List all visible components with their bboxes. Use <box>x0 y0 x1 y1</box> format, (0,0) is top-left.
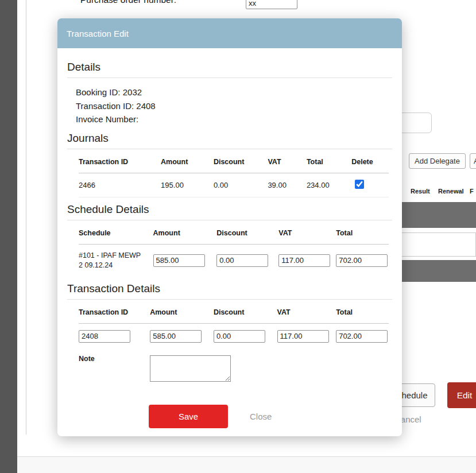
transaction-details-table: Transaction ID Amount Discount VAT Total… <box>79 302 389 390</box>
transaction-id-text: Transaction ID: 2408 <box>76 99 392 113</box>
schedule-total-input[interactable] <box>336 254 388 267</box>
page-footer <box>17 456 476 473</box>
journals-data-row: 2466 195.00 0.00 39.00 234.00 <box>79 173 389 197</box>
transaction-header-row: Transaction ID Amount Discount VAT Total <box>79 302 389 324</box>
journal-vat: 39.00 <box>268 173 307 197</box>
journals-table: Transaction ID Amount Discount VAT Total… <box>79 152 389 197</box>
journals-header-row: Transaction ID Amount Discount VAT Total… <box>79 152 389 173</box>
transaction-details-heading: Transaction Details <box>67 282 392 295</box>
details-heading: Details <box>67 61 392 73</box>
divider <box>67 220 392 220</box>
add-delegate-button[interactable]: Add Delegate <box>409 153 466 169</box>
purchase-order-input[interactable] <box>246 0 297 9</box>
journal-amount: 195.00 <box>161 173 214 197</box>
modal-title: Transaction Edit <box>67 29 129 38</box>
close-button[interactable]: Close <box>250 412 272 421</box>
schedule-amount-input[interactable] <box>153 254 205 267</box>
schedule-vat-input[interactable] <box>278 254 330 267</box>
note-label: Note <box>79 349 150 390</box>
transaction-data-row <box>79 323 389 349</box>
schedule-discount-input[interactable] <box>216 254 268 267</box>
modal-header: Transaction Edit <box>57 18 402 48</box>
journals-col-transaction-id: Transaction ID <box>79 152 161 173</box>
divider <box>67 299 392 300</box>
modal-footer: Save Close <box>149 405 392 428</box>
journal-transaction-id: 2466 <box>79 173 161 197</box>
journals-col-total: Total <box>307 152 351 173</box>
transaction-col-transaction-id: Transaction ID <box>79 302 150 324</box>
details-block: Booking ID: 2032 Transaction ID: 2408 In… <box>76 86 392 126</box>
schedule-col-amount: Amount <box>153 223 217 245</box>
invoice-number-text: Invoice Number: <box>76 113 392 126</box>
journals-col-amount: Amount <box>161 152 214 173</box>
schedule-col-total: Total <box>336 223 389 245</box>
schedule-name-line2: 2 09.12.24 <box>79 261 151 270</box>
journals-col-vat: VAT <box>268 152 307 173</box>
left-sidebar <box>0 0 17 473</box>
schedule-details-heading: Schedule Details <box>67 203 392 216</box>
column-header-result: Result <box>411 188 430 195</box>
delete-checkbox[interactable] <box>355 180 364 189</box>
edit-button[interactable]: Edit <box>447 382 476 408</box>
divider <box>67 77 392 78</box>
schedule-details-table: Schedule Amount Discount VAT Total #101 … <box>79 223 389 277</box>
schedule-data-row: #101 - IPAF MEWP 2 09.12.24 <box>79 244 389 277</box>
transaction-col-amount: Amount <box>150 302 214 324</box>
column-header-renewal: Renewal <box>438 188 464 195</box>
schedule-name-line1: #101 - IPAF MEWP <box>79 251 151 261</box>
schedule-col-discount: Discount <box>216 223 278 245</box>
note-row: Note <box>79 349 389 390</box>
transaction-id-input[interactable] <box>79 330 130 343</box>
journals-col-delete: Delete <box>351 152 389 173</box>
booking-id-text: Booking ID: 2032 <box>76 86 392 99</box>
add-partial-button[interactable]: A <box>470 153 476 169</box>
transaction-col-discount: Discount <box>214 302 277 324</box>
schedule-col-vat: VAT <box>278 223 336 245</box>
transaction-edit-modal: Transaction Edit Details Booking ID: 203… <box>57 18 402 436</box>
panel-border <box>26 0 26 435</box>
journals-col-discount: Discount <box>214 152 268 173</box>
schedule-header-row: Schedule Amount Discount VAT Total <box>79 223 389 245</box>
transaction-col-total: Total <box>336 302 389 324</box>
transaction-discount-input[interactable] <box>214 330 265 343</box>
transaction-vat-input[interactable] <box>277 330 329 343</box>
schedule-col-schedule: Schedule <box>79 223 153 245</box>
journals-heading: Journals <box>67 132 392 145</box>
journal-discount: 0.00 <box>214 173 268 197</box>
transaction-col-vat: VAT <box>277 302 336 324</box>
column-header-partial: F <box>470 188 474 195</box>
transaction-total-input[interactable] <box>336 330 388 343</box>
divider <box>67 149 392 149</box>
schedule-name: #101 - IPAF MEWP 2 09.12.24 <box>79 244 153 277</box>
purchase-order-label: Purchase order number: <box>80 0 176 5</box>
transaction-amount-input[interactable] <box>150 330 202 343</box>
modal-body: Details Booking ID: 2032 Transaction ID:… <box>57 48 402 428</box>
journal-total: 234.00 <box>307 173 351 197</box>
note-textarea[interactable] <box>150 355 231 382</box>
save-button[interactable]: Save <box>149 405 228 428</box>
